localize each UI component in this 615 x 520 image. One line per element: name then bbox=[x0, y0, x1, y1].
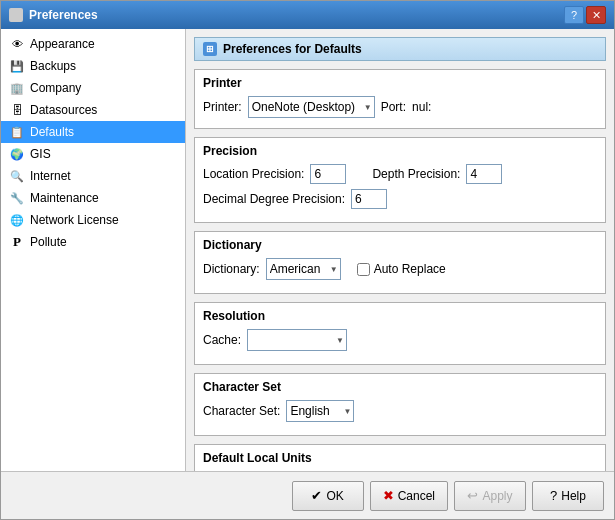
sidebar-item-label: Internet bbox=[30, 169, 71, 183]
defaults-icon: 📋 bbox=[9, 124, 25, 140]
datasources-icon: 🗄 bbox=[9, 102, 25, 118]
printer-section: Printer Printer: OneNote (Desktop) Port:… bbox=[194, 69, 606, 129]
title-bar-controls: ? ✕ bbox=[564, 6, 606, 24]
network-license-icon: 🌐 bbox=[9, 212, 25, 228]
dictionary-select-wrapper: American British Canadian bbox=[266, 258, 341, 280]
auto-replace-checkbox[interactable] bbox=[357, 263, 370, 276]
sidebar-item-label: Backups bbox=[30, 59, 76, 73]
sidebar-item-backups[interactable]: 💾 Backups bbox=[1, 55, 185, 77]
charset-select-wrapper: English Unicode Latin bbox=[286, 400, 354, 422]
default-local-units-title: Default Local Units bbox=[203, 451, 597, 465]
sidebar-item-label: Datasources bbox=[30, 103, 97, 117]
apply-icon: ↩ bbox=[467, 488, 478, 503]
preferences-window: Preferences ? ✕ 👁 Appearance 💾 Backups 🏢… bbox=[0, 0, 615, 520]
printer-select-wrapper: OneNote (Desktop) bbox=[248, 96, 375, 118]
auto-replace-label: Auto Replace bbox=[374, 262, 446, 276]
help-label: Help bbox=[561, 489, 586, 503]
resolution-section-title: Resolution bbox=[203, 309, 597, 323]
title-bar-left: Preferences bbox=[9, 8, 98, 22]
help-icon: ? bbox=[550, 488, 557, 503]
sidebar-item-label: Pollute bbox=[30, 235, 67, 249]
sidebar-item-network-license[interactable]: 🌐 Network License bbox=[1, 209, 185, 231]
depth-precision-input[interactable] bbox=[466, 164, 502, 184]
apply-label: Apply bbox=[482, 489, 512, 503]
sidebar-item-label: GIS bbox=[30, 147, 51, 161]
panel-title-text: Preferences for Defaults bbox=[223, 42, 362, 56]
sidebar-item-label: Defaults bbox=[30, 125, 74, 139]
precision-section-title: Precision bbox=[203, 144, 597, 158]
sidebar: 👁 Appearance 💾 Backups 🏢 Company 🗄 Datas… bbox=[1, 29, 186, 471]
cancel-label: Cancel bbox=[398, 489, 435, 503]
port-label: Port: bbox=[381, 100, 406, 114]
sidebar-item-label: Company bbox=[30, 81, 81, 95]
cache-label: Cache: bbox=[203, 333, 241, 347]
sidebar-item-label: Maintenance bbox=[30, 191, 99, 205]
location-precision-label: Location Precision: bbox=[203, 167, 304, 181]
sidebar-item-maintenance[interactable]: 🔧 Maintenance bbox=[1, 187, 185, 209]
cache-select-wrapper: Low Medium High bbox=[247, 329, 347, 351]
precision-section: Precision Location Precision: Depth Prec… bbox=[194, 137, 606, 223]
precision-row1: Location Precision: Depth Precision: bbox=[203, 164, 597, 184]
charset-select[interactable]: English Unicode Latin bbox=[286, 400, 354, 422]
dictionary-label: Dictionary: bbox=[203, 262, 260, 276]
pollute-icon: P bbox=[9, 234, 25, 250]
close-window-button[interactable]: ✕ bbox=[586, 6, 606, 24]
printer-row: Printer: OneNote (Desktop) Port: nul: bbox=[203, 96, 597, 118]
ok-button[interactable]: ✔ OK bbox=[292, 481, 364, 511]
port-value: nul: bbox=[412, 100, 431, 114]
window-title: Preferences bbox=[29, 8, 98, 22]
ok-label: OK bbox=[326, 489, 343, 503]
sidebar-item-pollute[interactable]: P Pollute bbox=[1, 231, 185, 253]
sidebar-item-label: Network License bbox=[30, 213, 119, 227]
cache-select[interactable]: Low Medium High bbox=[247, 329, 347, 351]
apply-button[interactable]: ↩ Apply bbox=[454, 481, 526, 511]
bottom-bar: ✔ OK ✖ Cancel ↩ Apply ? Help bbox=[1, 471, 614, 519]
panel-title-icon: ⊞ bbox=[203, 42, 217, 56]
printer-select[interactable]: OneNote (Desktop) bbox=[248, 96, 375, 118]
auto-replace-wrapper: Auto Replace bbox=[357, 262, 446, 276]
sidebar-item-datasources[interactable]: 🗄 Datasources bbox=[1, 99, 185, 121]
charset-row: Character Set: English Unicode Latin bbox=[203, 400, 597, 422]
character-set-section: Character Set Character Set: English Uni… bbox=[194, 373, 606, 436]
help-button[interactable]: ? Help bbox=[532, 481, 604, 511]
default-local-units-section: Default Local Units Feet Meters Yards bbox=[194, 444, 606, 471]
precision-row2: Decimal Degree Precision: bbox=[203, 189, 597, 209]
decimal-precision-label: Decimal Degree Precision: bbox=[203, 192, 345, 206]
appearance-icon: 👁 bbox=[9, 36, 25, 52]
character-set-section-title: Character Set bbox=[203, 380, 597, 394]
sidebar-item-label: Appearance bbox=[30, 37, 95, 51]
charset-label: Character Set: bbox=[203, 404, 280, 418]
dictionary-section: Dictionary Dictionary: American British … bbox=[194, 231, 606, 294]
company-icon: 🏢 bbox=[9, 80, 25, 96]
location-precision-input[interactable] bbox=[310, 164, 346, 184]
title-bar: Preferences ? ✕ bbox=[1, 1, 614, 29]
sidebar-item-defaults[interactable]: 📋 Defaults bbox=[1, 121, 185, 143]
cancel-button[interactable]: ✖ Cancel bbox=[370, 481, 448, 511]
dictionary-select[interactable]: American British Canadian bbox=[266, 258, 341, 280]
depth-precision-label: Depth Precision: bbox=[372, 167, 460, 181]
resolution-row: Cache: Low Medium High bbox=[203, 329, 597, 351]
right-panel: ⊞ Preferences for Defaults Printer Print… bbox=[186, 29, 614, 471]
main-content: 👁 Appearance 💾 Backups 🏢 Company 🗄 Datas… bbox=[1, 29, 614, 471]
decimal-precision-input[interactable] bbox=[351, 189, 387, 209]
ok-icon: ✔ bbox=[311, 488, 322, 503]
resolution-section: Resolution Cache: Low Medium High bbox=[194, 302, 606, 365]
sidebar-item-gis[interactable]: 🌍 GIS bbox=[1, 143, 185, 165]
help-title-button[interactable]: ? bbox=[564, 6, 584, 24]
printer-section-title: Printer bbox=[203, 76, 597, 90]
maintenance-icon: 🔧 bbox=[9, 190, 25, 206]
window-icon bbox=[9, 8, 23, 22]
cancel-icon: ✖ bbox=[383, 488, 394, 503]
backups-icon: 💾 bbox=[9, 58, 25, 74]
sidebar-item-appearance[interactable]: 👁 Appearance bbox=[1, 33, 185, 55]
printer-label: Printer: bbox=[203, 100, 242, 114]
internet-icon: 🔍 bbox=[9, 168, 25, 184]
gis-icon: 🌍 bbox=[9, 146, 25, 162]
dictionary-section-title: Dictionary bbox=[203, 238, 597, 252]
panel-title: ⊞ Preferences for Defaults bbox=[194, 37, 606, 61]
sidebar-item-internet[interactable]: 🔍 Internet bbox=[1, 165, 185, 187]
dictionary-row: Dictionary: American British Canadian Au… bbox=[203, 258, 597, 280]
sidebar-item-company[interactable]: 🏢 Company bbox=[1, 77, 185, 99]
